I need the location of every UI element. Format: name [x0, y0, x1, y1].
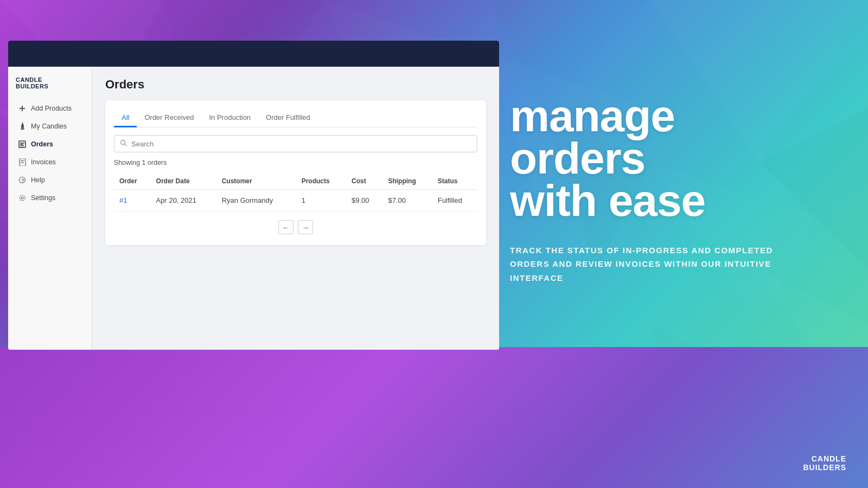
orders-table: Order Order Date Customer Products Cost … — [114, 173, 477, 211]
next-page-button[interactable]: → — [298, 220, 313, 234]
col-header-shipping: Shipping — [382, 173, 432, 190]
svg-rect-24 — [21, 129, 24, 130]
search-icon — [120, 139, 127, 148]
col-header-order: Order — [114, 173, 151, 190]
svg-point-36 — [20, 195, 25, 201]
sidebar-item-label-settings: Settings — [31, 194, 55, 202]
tabs-row: All Order Received In Production Order F… — [114, 109, 477, 127]
headline-line1: manage — [510, 95, 835, 137]
order-link[interactable]: #1 — [119, 196, 127, 204]
svg-text:?: ? — [21, 178, 24, 183]
sidebar-item-label-my-candles: My Candles — [31, 123, 67, 130]
col-header-order-date: Order Date — [151, 173, 216, 190]
headline-line3: with ease — [510, 179, 835, 222]
cell-cost: $9.00 — [346, 190, 382, 211]
svg-rect-26 — [20, 143, 24, 144]
logo-text: CANDLE — [16, 76, 42, 83]
col-header-customer: Customer — [216, 173, 296, 190]
svg-line-38 — [125, 144, 127, 146]
svg-rect-30 — [21, 160, 24, 160]
sidebar-item-label-add-products: Add Products — [31, 105, 72, 112]
marketing-area: manage orders with ease TRACK THE STATUS… — [488, 0, 868, 369]
main-area: CANDLE BUILDERS Add Products — [8, 67, 499, 350]
cell-order-id[interactable]: #1 — [114, 190, 151, 211]
sidebar-item-invoices[interactable]: Invoices — [10, 153, 90, 171]
sidebar-item-label-invoices: Invoices — [31, 158, 56, 166]
svg-rect-32 — [21, 163, 24, 163]
svg-rect-23 — [21, 124, 24, 129]
tab-all[interactable]: All — [114, 109, 137, 127]
headline-line2: orders — [510, 137, 835, 179]
col-header-products: Products — [296, 173, 346, 190]
tab-order-fulfilled[interactable]: Order Fulfilled — [258, 109, 318, 127]
sidebar-item-settings[interactable]: Settings — [10, 189, 90, 207]
cell-status: Fulfilled — [432, 190, 477, 211]
add-products-icon — [18, 104, 27, 113]
svg-rect-31 — [21, 162, 23, 162]
sidebar-item-label-orders: Orders — [31, 140, 53, 148]
bottom-logo-line2: BUILDERS — [803, 464, 846, 472]
svg-rect-29 — [20, 158, 25, 166]
sidebar-item-orders[interactable]: Orders — [10, 136, 90, 153]
sidebar-item-add-products[interactable]: Add Products — [10, 100, 90, 117]
search-bar — [114, 135, 477, 152]
marketing-subtext: TRACK THE STATUS OF IN-PROGRESS AND COMP… — [510, 243, 792, 285]
tabs-panel: All Order Received In Production Order F… — [105, 100, 486, 245]
svg-rect-21 — [22, 106, 23, 111]
cell-shipping: $7.00 — [382, 190, 432, 211]
cell-products: 1 — [296, 190, 346, 211]
sidebar-item-my-candles[interactable]: My Candles — [10, 118, 90, 135]
orders-icon — [18, 140, 27, 149]
bottom-logo: CANDLE BUILDERS — [803, 455, 846, 472]
showing-count: Showing 1 orders — [114, 159, 477, 166]
tab-in-production[interactable]: In Production — [202, 109, 259, 127]
help-icon: ? — [18, 176, 27, 184]
cell-order-date: Apr 20, 2021 — [151, 190, 216, 211]
page-title: Orders — [105, 78, 486, 92]
content-area: Orders All Order Received In Production … — [92, 67, 499, 350]
tab-order-received[interactable]: Order Received — [137, 109, 201, 127]
search-input[interactable] — [131, 140, 471, 148]
sidebar-item-label-help: Help — [31, 176, 45, 184]
app-window: CANDLE BUILDERS Add Products — [8, 41, 499, 350]
svg-rect-28 — [20, 145, 24, 146]
svg-point-37 — [121, 140, 125, 145]
cell-customer: Ryan Gormandy — [216, 190, 296, 211]
pagination: ← → — [114, 220, 477, 234]
col-header-cost: Cost — [346, 173, 382, 190]
table-row: #1 Apr 20, 2021 Ryan Gormandy 1 $9.00 $7… — [114, 190, 477, 211]
sidebar-logo: CANDLE BUILDERS — [8, 71, 92, 97]
headline: manage orders with ease — [510, 95, 835, 222]
my-candles-icon — [18, 122, 27, 131]
col-header-status: Status — [432, 173, 477, 190]
sidebar-nav: Add Products My Candles — [8, 97, 92, 209]
logo-text-2: BUILDERS — [16, 83, 48, 89]
invoices-icon — [18, 158, 27, 166]
settings-icon — [18, 194, 27, 202]
prev-page-button[interactable]: ← — [278, 220, 293, 234]
svg-point-35 — [21, 197, 23, 199]
sidebar-item-help[interactable]: ? Help — [10, 171, 90, 189]
sidebar: CANDLE BUILDERS Add Products — [8, 67, 92, 350]
top-bar — [8, 41, 499, 67]
bottom-logo-line1: CANDLE — [803, 455, 846, 463]
svg-rect-22 — [22, 123, 23, 124]
svg-rect-27 — [20, 144, 23, 145]
